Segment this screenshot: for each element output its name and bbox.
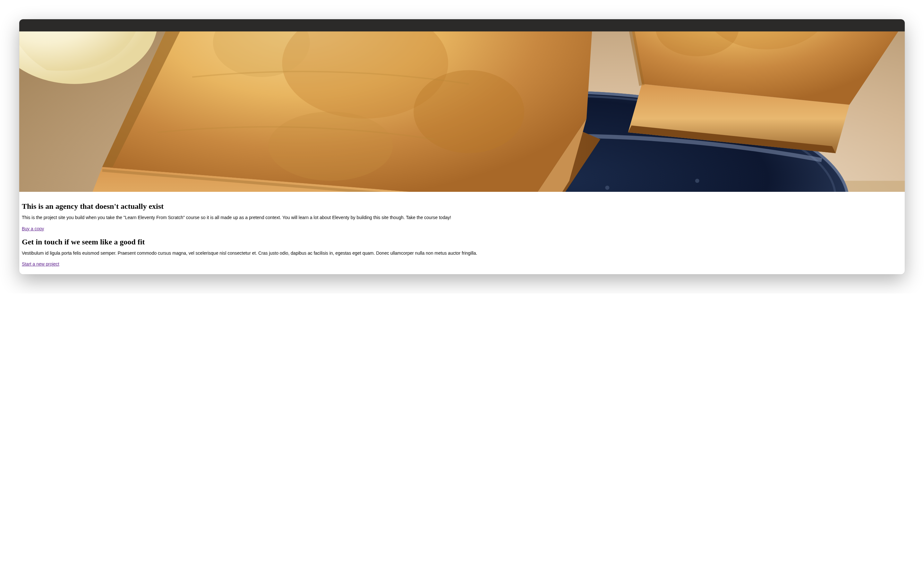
buy-link[interactable]: Buy a copy [22,226,44,231]
page-content: This is an agency that doesn't actually … [19,192,905,274]
start-project-link[interactable]: Start a new project [22,261,59,266]
svg-point-9 [695,179,700,183]
svg-point-15 [268,112,393,181]
svg-point-13 [414,70,524,153]
section-paragraph-2: Vestibulum id ligula porta felis euismod… [22,250,902,257]
hero-image [19,31,905,192]
svg-point-5 [605,186,609,190]
section-heading-1: This is an agency that doesn't actually … [22,202,902,211]
window-titlebar [19,19,905,31]
section-paragraph-1: This is the project site you build when … [22,214,902,221]
toast-illustration [19,31,905,192]
browser-window: This is an agency that doesn't actually … [19,19,905,274]
section-heading-2: Get in touch if we seem like a good fit [22,238,902,246]
